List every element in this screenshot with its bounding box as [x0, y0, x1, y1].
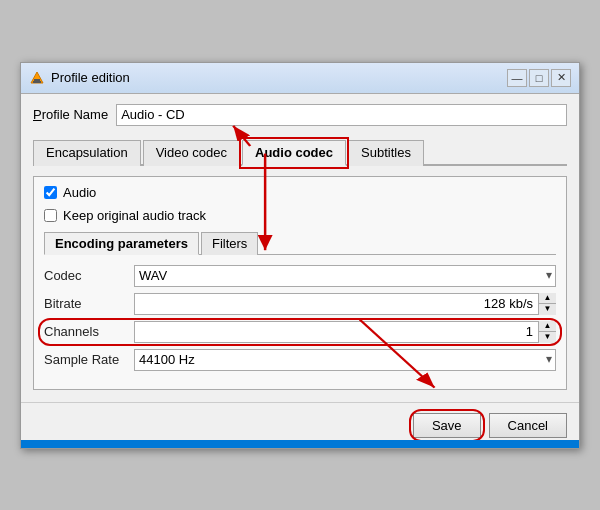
sample-rate-select-wrapper: 8000 Hz 11025 Hz 22050 Hz 44100 Hz 48000… — [134, 349, 556, 371]
tab-encapsulation[interactable]: Encapsulation — [33, 140, 141, 166]
window-title: Profile edition — [51, 70, 130, 85]
svg-rect-1 — [34, 79, 40, 81]
audio-checkbox[interactable] — [44, 186, 57, 199]
profile-name-input[interactable] — [116, 104, 567, 126]
window-content: Profile Name Encapsulation Video codec A… — [21, 94, 579, 402]
sample-rate-select[interactable]: 8000 Hz 11025 Hz 22050 Hz 44100 Hz 48000… — [134, 349, 556, 371]
codec-row: Codec WAV MP3 AAC OGG FLAC — [44, 265, 556, 287]
channels-spinner-buttons: ▲ ▼ — [538, 321, 556, 343]
profile-name-row: Profile Name — [33, 104, 567, 126]
audio-checkbox-row: Audio — [44, 185, 556, 200]
sub-tab-encoding[interactable]: Encoding parameters — [44, 232, 199, 255]
cancel-button[interactable]: Cancel — [489, 413, 567, 438]
bitrate-down-button[interactable]: ▼ — [539, 304, 556, 315]
tab-audio-codec[interactable]: Audio codec — [242, 140, 346, 166]
sample-rate-label: Sample Rate — [44, 352, 134, 367]
codec-select-wrapper: WAV MP3 AAC OGG FLAC — [134, 265, 556, 287]
bitrate-spinner: ▲ ▼ — [134, 293, 556, 315]
taskbar — [21, 440, 579, 448]
bitrate-input[interactable] — [134, 293, 556, 315]
main-tabs: Encapsulation Video codec Audio codec Su… — [33, 138, 567, 166]
bitrate-spinner-buttons: ▲ ▼ — [538, 293, 556, 315]
restore-button[interactable]: □ — [529, 69, 549, 87]
channels-row: Channels ▲ ▼ — [44, 321, 556, 343]
sub-tabs: Encoding parameters Filters — [44, 231, 556, 255]
codec-label: Codec — [44, 268, 134, 283]
channels-up-button[interactable]: ▲ — [539, 321, 556, 333]
minimize-button[interactable]: — — [507, 69, 527, 87]
bitrate-up-button[interactable]: ▲ — [539, 293, 556, 305]
close-button[interactable]: ✕ — [551, 69, 571, 87]
bitrate-row: Bitrate ▲ ▼ — [44, 293, 556, 315]
vlc-icon — [29, 70, 45, 86]
codec-select[interactable]: WAV MP3 AAC OGG FLAC — [134, 265, 556, 287]
save-button[interactable]: Save — [413, 413, 481, 438]
keep-original-row: Keep original audio track — [44, 208, 556, 223]
title-bar-left: Profile edition — [29, 70, 130, 86]
profile-name-label: Profile Name — [33, 107, 108, 122]
sample-rate-row: Sample Rate 8000 Hz 11025 Hz 22050 Hz 44… — [44, 349, 556, 371]
title-bar: Profile edition — □ ✕ — [21, 63, 579, 94]
audio-panel: Audio Keep original audio track Encoding… — [33, 176, 567, 390]
bitrate-label: Bitrate — [44, 296, 134, 311]
keep-original-checkbox[interactable] — [44, 209, 57, 222]
svg-rect-2 — [33, 81, 41, 83]
sub-tab-filters[interactable]: Filters — [201, 232, 258, 255]
tab-subtitles[interactable]: Subtitles — [348, 140, 424, 166]
audio-checkbox-label: Audio — [63, 185, 96, 200]
tab-video-codec[interactable]: Video codec — [143, 140, 240, 166]
channels-down-button[interactable]: ▼ — [539, 332, 556, 343]
channels-label: Channels — [44, 324, 134, 339]
channels-spinner: ▲ ▼ — [134, 321, 556, 343]
keep-original-label: Keep original audio track — [63, 208, 206, 223]
title-buttons: — □ ✕ — [507, 69, 571, 87]
save-button-wrapper: Save — [413, 413, 481, 438]
profile-edition-window: Profile edition — □ ✕ Profile Name Encap… — [20, 62, 580, 449]
channels-input[interactable] — [134, 321, 556, 343]
